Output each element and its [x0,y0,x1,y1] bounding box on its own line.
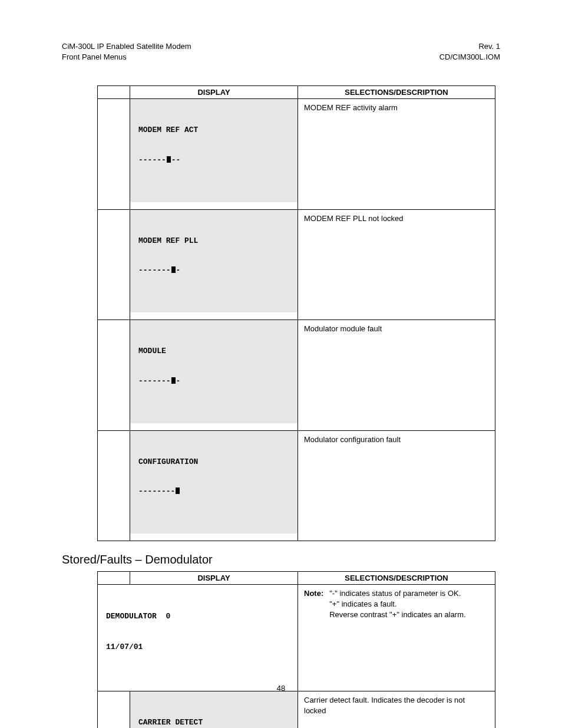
display-line-2: -------- [138,156,289,165]
display-line-1: CARRIER DETECT [138,718,289,727]
note-cell: Note: "-" indicates status of parameter … [298,584,495,691]
display-line-2: -------- [138,377,289,386]
indent-cell [98,430,130,541]
cursor-icon [171,266,176,273]
header-left-2: Front Panel Menus [62,52,127,62]
table-modulator-continued: DISPLAY SELECTIONS/DESCRIPTION MODEM REF… [97,85,495,541]
cursor-icon [176,487,180,494]
page-number: 48 [0,684,562,693]
desc-cell: MODEM REF activity alarm [298,99,495,209]
table-row: DISPLAY SELECTIONS/DESCRIPTION [98,86,495,99]
display-cell: MODEM REF PLL -------- [130,209,298,319]
blank-header [98,571,130,584]
col-display-header: DISPLAY [130,86,298,99]
display-line-1: MODEM REF PLL [138,236,289,246]
desc-cell: Carrier detect fault. Indicates the deco… [298,691,495,728]
note-text: "-" indicates status of parameter is OK.… [329,588,489,621]
table-demodulator: DISPLAY SELECTIONS/DESCRIPTION DEMODULAT… [97,571,495,728]
display-cell: MODULE -------- [130,320,298,430]
display-cell: CARRIER DETECT ------- [130,691,298,728]
col-desc-header: SELECTIONS/DESCRIPTION [298,86,495,99]
table-row: MODEM REF ACT -------- MODEM REF activit… [98,99,495,209]
indent-cell [98,209,130,319]
display-line-2: -------- [138,487,289,496]
header-top: CiM-300L IP Enabled Satellite Modem Rev.… [62,41,500,52]
display-line-2: -------- [138,266,289,275]
table-row: MODEM REF PLL -------- MODEM REF PLL not… [98,209,495,319]
display-cell: MODEM REF ACT -------- [130,99,298,209]
desc-cell: Modulator configuration fault [298,430,495,541]
blank-header [98,86,130,99]
desc-cell: Modulator module fault [298,320,495,430]
table-row: DISPLAY SELECTIONS/DESCRIPTION [98,571,495,584]
header-bottom: Front Panel Menus CD/CIM300L.IOM [62,52,500,62]
display-line-1: CONFIGURATION [138,457,289,467]
table-row: DEMODULATOR 0 11/07/01 Note: "-" indicat… [98,584,495,691]
table-row: CARRIER DETECT ------- Carrier detect fa… [98,691,495,728]
cursor-icon [171,377,176,384]
header-right-2: CD/CIM300L.IOM [439,52,500,62]
col-display-header: DISPLAY [130,571,298,584]
desc-cell: MODEM REF PLL not locked [298,209,495,319]
indent-cell [98,691,130,728]
note-label: Note: [304,588,323,621]
display-cell: CONFIGURATION -------- [130,430,298,541]
cursor-icon [167,156,171,163]
table-row: CONFIGURATION -------- Modulator configu… [98,430,495,541]
header-left-1: CiM-300L IP Enabled Satellite Modem [62,41,191,52]
header-right-1: Rev. 1 [478,41,500,52]
col-desc-header: SELECTIONS/DESCRIPTION [298,571,495,584]
section-title: Stored/Faults – Demodulator [62,553,500,566]
table-row: MODULE -------- Modulator module fault [98,320,495,430]
indent-cell [98,99,130,209]
page: CiM-300L IP Enabled Satellite Modem Rev.… [0,0,562,728]
indent-cell [98,320,130,430]
demod-header-display: DEMODULATOR 0 11/07/01 [98,584,298,691]
display-line-1: MODULE [138,347,289,356]
display-line-1: MODEM REF ACT [138,126,289,135]
